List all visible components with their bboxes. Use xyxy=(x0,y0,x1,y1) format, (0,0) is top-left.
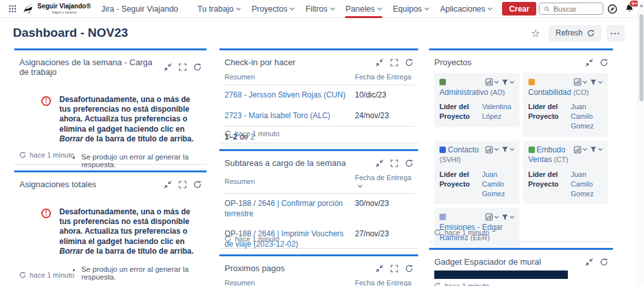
scroll-up-arrow[interactable] xyxy=(639,4,643,7)
notifications-button[interactable]: 9+ xyxy=(621,1,637,17)
project-avatar xyxy=(439,214,446,220)
refresh-icon[interactable] xyxy=(19,152,26,158)
error-detail: Se produjo un error al generar la respue… xyxy=(81,265,203,281)
refresh-icon[interactable] xyxy=(405,265,413,272)
vertical-scrollbar xyxy=(638,0,644,286)
caret-down-icon xyxy=(598,81,603,84)
project-filter-menu-button[interactable] xyxy=(501,214,514,221)
issue-link[interactable]: 2768 - Jersson Stiven Rojas (CUN) xyxy=(225,90,345,99)
refresh-icon[interactable] xyxy=(434,283,441,286)
sort-caret-icon xyxy=(357,185,363,188)
nav-item-filtros[interactable]: Filtros xyxy=(300,0,339,18)
gadget-updated: hace 1 minuto xyxy=(225,235,279,243)
nav-item-paneles[interactable]: Paneles xyxy=(341,0,387,18)
nav-item-proyectos[interactable]: Proyectos xyxy=(247,0,299,18)
maximize-icon[interactable] xyxy=(179,63,186,71)
project-filter-menu-button[interactable] xyxy=(501,146,514,153)
project-leader-link[interactable]: Juan Camilo Gomez xyxy=(571,102,603,131)
scrollbar-thumb[interactable] xyxy=(639,14,643,101)
project-chart-menu-button[interactable] xyxy=(574,146,587,154)
nav-item-equipos[interactable]: Equipos xyxy=(388,0,434,18)
refresh-icon[interactable] xyxy=(600,258,608,266)
more-options-button[interactable] xyxy=(607,25,625,41)
column-header-resumen[interactable]: Resumen xyxy=(223,172,354,194)
collapse-icon[interactable] xyxy=(376,265,383,272)
gadget-title: Proximos pagos xyxy=(225,263,285,273)
project-filter-menu-button[interactable] xyxy=(590,79,603,86)
refresh-icon[interactable] xyxy=(405,59,413,66)
collapse-icon[interactable] xyxy=(164,181,172,189)
column-header-resumen[interactable]: Resumen xyxy=(223,277,354,286)
nav-item-tu-trabajo[interactable]: Tu trabajo xyxy=(192,0,245,18)
project-leader-link[interactable]: Valentina López xyxy=(482,102,514,121)
project-chart-menu-button[interactable] xyxy=(485,78,499,86)
project-chart-menu-button[interactable] xyxy=(485,213,499,221)
project-filter-menu-button[interactable] xyxy=(501,79,514,86)
refresh-icon[interactable] xyxy=(405,159,413,167)
brand-logo[interactable]: Seguir Viajando® Viajes y turismo xyxy=(22,3,91,15)
column-header-resumen[interactable]: Resumen xyxy=(223,71,354,85)
leader-label: Líder del Proyecto xyxy=(439,170,476,199)
error-message: Desafortunadamente, una o más de tus pre… xyxy=(59,207,197,256)
gadget-title: Gadget Espaciador de mural xyxy=(434,257,541,267)
leader-label: Líder del Proyecto xyxy=(528,170,565,199)
gadget-title: Asignaciones de la semana - Carga de tra… xyxy=(19,57,164,77)
column-header-fecha[interactable]: Fecha de Entrega xyxy=(354,71,414,85)
project-key: (SVHI) xyxy=(439,156,461,163)
chevron-down-icon xyxy=(425,5,429,10)
bar-chart-icon xyxy=(485,146,493,154)
column-header-fecha[interactable]: Fecha de Entrega xyxy=(354,172,414,194)
maximize-icon[interactable] xyxy=(390,59,398,66)
project-chart-menu-button[interactable] xyxy=(485,146,499,154)
maximize-icon[interactable] xyxy=(390,265,398,272)
search-input[interactable] xyxy=(553,5,598,13)
parent-issue-key[interactable]: OP-188 xyxy=(225,199,251,208)
search-box[interactable] xyxy=(539,3,603,15)
maximize-icon[interactable] xyxy=(179,181,186,189)
collapse-icon[interactable] xyxy=(585,59,593,66)
discover-button[interactable] xyxy=(605,1,620,17)
project-link[interactable]: Contacto xyxy=(448,145,479,154)
chevron-down-icon xyxy=(236,5,241,10)
nav-item-aplicaciones[interactable]: Aplicaciones xyxy=(435,0,497,18)
site-name-link[interactable]: Jira - Seguir Viajando xyxy=(101,5,178,14)
project-leader-link[interactable]: Juan Camilo Gomez xyxy=(571,170,603,199)
collapse-icon[interactable] xyxy=(585,258,593,266)
chevron-down-icon xyxy=(330,5,334,10)
project-link[interactable]: Administrativo xyxy=(439,88,488,97)
project-chart-menu-button[interactable] xyxy=(574,78,587,86)
project-leader-link[interactable]: Juan Camilo Gomez xyxy=(482,170,514,199)
gadget-updated: hace 1 minuto xyxy=(225,130,279,138)
error-detail: Se produjo un error al generar la respue… xyxy=(81,153,203,169)
collapse-icon[interactable] xyxy=(164,63,172,71)
app-switcher-icon[interactable] xyxy=(5,2,19,16)
refresh-icon[interactable] xyxy=(194,181,201,189)
refresh-icon[interactable] xyxy=(225,236,231,242)
refresh-icon[interactable] xyxy=(434,229,441,236)
collapse-icon[interactable] xyxy=(376,159,383,167)
chevron-down-icon xyxy=(377,5,382,10)
refresh-icon[interactable] xyxy=(194,63,201,71)
refresh-icon[interactable] xyxy=(225,130,231,137)
project-filter-menu-button[interactable] xyxy=(590,146,603,153)
table-row: 2723 - Maria Isabel Toro (ALC) 24/nov/23 xyxy=(223,106,414,127)
create-button[interactable]: Crear xyxy=(502,2,536,15)
project-link[interactable]: Contabilidad xyxy=(528,88,572,97)
due-date: 27/nov/23 xyxy=(354,224,414,255)
favorite-star-button[interactable] xyxy=(528,25,543,41)
table-row: 2768 - Jersson Stiven Rojas (CUN) 10/dic… xyxy=(223,85,414,106)
issue-link[interactable]: 2723 - Maria Isabel Toro (ALC) xyxy=(225,111,330,120)
column-header-fecha[interactable]: Fecha de Entrega xyxy=(354,277,414,286)
refresh-icon[interactable] xyxy=(600,59,608,66)
chevron-down-icon xyxy=(488,5,492,10)
leader-label: Líder del Proyecto xyxy=(528,102,565,131)
collapse-icon[interactable] xyxy=(376,59,383,66)
project-key: (CT) xyxy=(554,156,569,163)
refresh-icon[interactable] xyxy=(19,272,26,278)
project-key: (AD) xyxy=(490,88,505,96)
maximize-icon[interactable] xyxy=(390,159,398,167)
error-icon xyxy=(41,96,51,106)
dashboard-refresh-button[interactable]: Refresh xyxy=(548,25,601,41)
caret-down-icon xyxy=(510,216,514,219)
spacer-bar xyxy=(434,271,568,279)
